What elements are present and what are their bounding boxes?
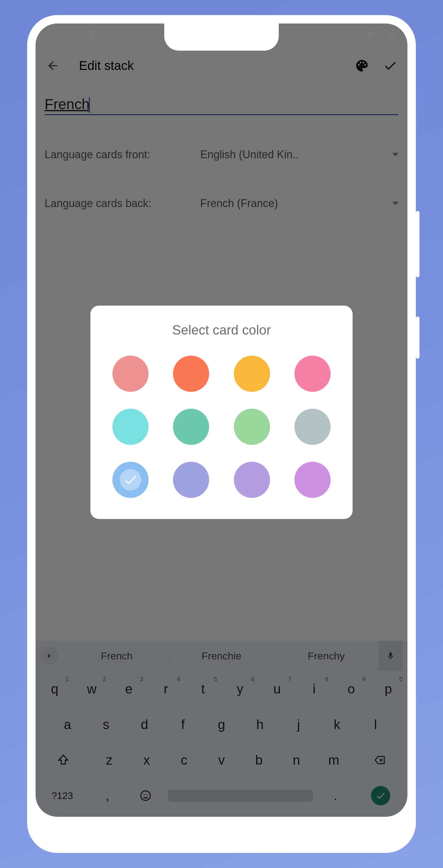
volume-button[interactable] <box>416 211 419 277</box>
color-swatch-lavender[interactable] <box>234 462 270 498</box>
display-notch <box>164 24 279 51</box>
color-swatch-slate[interactable] <box>294 409 330 445</box>
color-swatch-orchid[interactable] <box>294 462 330 498</box>
color-swatch-coral[interactable] <box>173 355 209 392</box>
check-icon <box>123 472 138 487</box>
screen: 11:11 Edit stack <box>36 24 407 817</box>
color-swatch-cyan[interactable] <box>113 409 149 445</box>
color-swatch-sky-blue[interactable] <box>113 462 149 498</box>
color-swatch-teal[interactable] <box>173 409 209 445</box>
select-card-color-dialog: Select card color <box>90 306 353 519</box>
color-swatch-amber[interactable] <box>234 355 270 392</box>
color-swatch-mint[interactable] <box>234 409 270 445</box>
dialog-title: Select card color <box>108 322 335 338</box>
color-swatch-salmon[interactable] <box>113 355 149 392</box>
color-swatch-grid <box>108 355 335 498</box>
device-frame: 11:11 Edit stack <box>27 15 416 853</box>
color-swatch-periwinkle[interactable] <box>173 462 209 498</box>
color-swatch-pink[interactable] <box>294 355 330 392</box>
power-button[interactable] <box>416 316 419 359</box>
